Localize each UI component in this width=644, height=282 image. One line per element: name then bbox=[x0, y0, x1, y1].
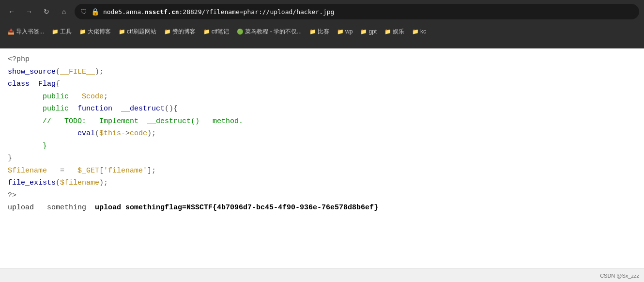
url-prefix: node5.anna. bbox=[103, 8, 145, 16]
page-content: <?php show_source(__FILE__); class Flag{… bbox=[0, 48, 644, 268]
bookmark-label: ctf笔记 bbox=[212, 28, 230, 36]
url-display: node5.anna.nssctf.cn:28829/?filename=pha… bbox=[103, 8, 334, 16]
bookmark-dalao[interactable]: 📁 大佬博客 bbox=[77, 26, 114, 37]
code-line-12: ?> bbox=[8, 189, 636, 202]
code-line-10: $filename = $_GET['filename']; bbox=[8, 165, 636, 177]
bookmark-gpt[interactable]: 📁 gpt bbox=[357, 27, 380, 36]
bookmark-label: 比赛 bbox=[318, 28, 329, 36]
bookmarks-bar: 📥 导入书签... 📁 工具 📁 大佬博客 📁 ctf刷题网站 📁 赞的博客 📁… bbox=[0, 23, 644, 40]
folder-icon: 📁 bbox=[337, 29, 344, 35]
bookmark-label: 导入书签... bbox=[16, 28, 44, 36]
code-line-11: file_exists($filename); bbox=[8, 177, 636, 189]
url-path: :28829/?filename=phar://upload/hacker.jp… bbox=[179, 8, 335, 16]
folder-icon: 📁 bbox=[164, 29, 171, 35]
code-line-4: public $code; bbox=[8, 91, 636, 103]
code-line-1: <?php bbox=[8, 53, 636, 66]
bookmark-label: gpt bbox=[368, 28, 377, 35]
folder-icon: 📁 bbox=[52, 29, 59, 35]
folder-icon: 📁 bbox=[412, 29, 419, 35]
code-line-2: show_source(__FILE__); bbox=[8, 66, 636, 78]
reload-button[interactable]: ↻ bbox=[40, 5, 53, 18]
code-block: <?php show_source(__FILE__); class Flag{… bbox=[8, 53, 636, 214]
bookmark-kc[interactable]: 📁 kc bbox=[409, 27, 429, 36]
bookmark-label: kc bbox=[420, 28, 426, 35]
bookmark-icon: 📥 bbox=[8, 29, 15, 35]
site-icon: 🟢 bbox=[237, 29, 244, 35]
code-line-5: public function __destruct(){ bbox=[8, 103, 636, 115]
code-line-9: } bbox=[8, 152, 636, 165]
shield-icon: 🛡 bbox=[80, 8, 87, 16]
bookmark-cainiao[interactable]: 🟢 菜鸟教程 - 学的不仅... bbox=[234, 26, 305, 37]
folder-icon: 📁 bbox=[79, 29, 86, 35]
bookmark-ctf[interactable]: 📁 ctf刷题网站 bbox=[116, 26, 159, 37]
bookmark-label: ctf刷题网站 bbox=[127, 28, 156, 36]
bookmark-zan[interactable]: 📁 赞的博客 bbox=[161, 26, 199, 37]
bookmark-yule[interactable]: 📁 娱乐 bbox=[382, 26, 407, 37]
bookmark-label: 菜鸟教程 - 学的不仅... bbox=[245, 28, 302, 36]
folder-icon: 📁 bbox=[203, 29, 210, 35]
nav-bar: ← → ↻ ⌂ 🛡 🔒 node5.anna.nssctf.cn:28829/?… bbox=[0, 0, 644, 23]
bookmark-tools[interactable]: 📁 工具 bbox=[49, 26, 75, 37]
bookmark-label: 工具 bbox=[60, 28, 72, 36]
bookmark-label: 娱乐 bbox=[393, 28, 404, 36]
bookmark-wp[interactable]: 📁 wp bbox=[334, 27, 355, 36]
forward-button[interactable]: → bbox=[22, 5, 36, 18]
bookmark-ctfnotes[interactable]: 📁 ctf笔记 bbox=[200, 26, 232, 37]
lock-icon: 🔒 bbox=[91, 8, 99, 16]
folder-icon: 📁 bbox=[360, 29, 367, 35]
code-line-8: } bbox=[8, 140, 636, 153]
code-line-7: eval($this->code); bbox=[8, 127, 636, 140]
bookmark-label: 大佬博客 bbox=[88, 28, 111, 36]
bookmark-import[interactable]: 📥 导入书签... bbox=[5, 26, 47, 37]
code-line-3: class Flag{ bbox=[8, 78, 636, 91]
output-line: upload something upload somethingflag=NS… bbox=[8, 202, 636, 214]
back-button[interactable]: ← bbox=[5, 5, 18, 18]
status-bar: CSDN @Sx_zzz bbox=[0, 268, 644, 282]
status-text: CSDN @Sx_zzz bbox=[600, 273, 639, 279]
bookmark-label: wp bbox=[345, 28, 353, 35]
url-domain: nssctf.cn bbox=[145, 8, 179, 16]
folder-icon: 📁 bbox=[119, 29, 125, 35]
address-bar[interactable]: 🛡 🔒 node5.anna.nssctf.cn:28829/?filename… bbox=[75, 4, 639, 19]
code-line-6: // TODO: Implement __destruct() method. bbox=[8, 115, 636, 128]
browser-chrome: ← → ↻ ⌂ 🛡 🔒 node5.anna.nssctf.cn:28829/?… bbox=[0, 0, 644, 48]
bookmark-label: 赞的博客 bbox=[172, 28, 196, 36]
bookmark-bisai[interactable]: 📁 比赛 bbox=[307, 26, 332, 37]
folder-icon: 📁 bbox=[384, 29, 391, 35]
home-button[interactable]: ⌂ bbox=[57, 5, 71, 18]
folder-icon: 📁 bbox=[309, 29, 316, 35]
